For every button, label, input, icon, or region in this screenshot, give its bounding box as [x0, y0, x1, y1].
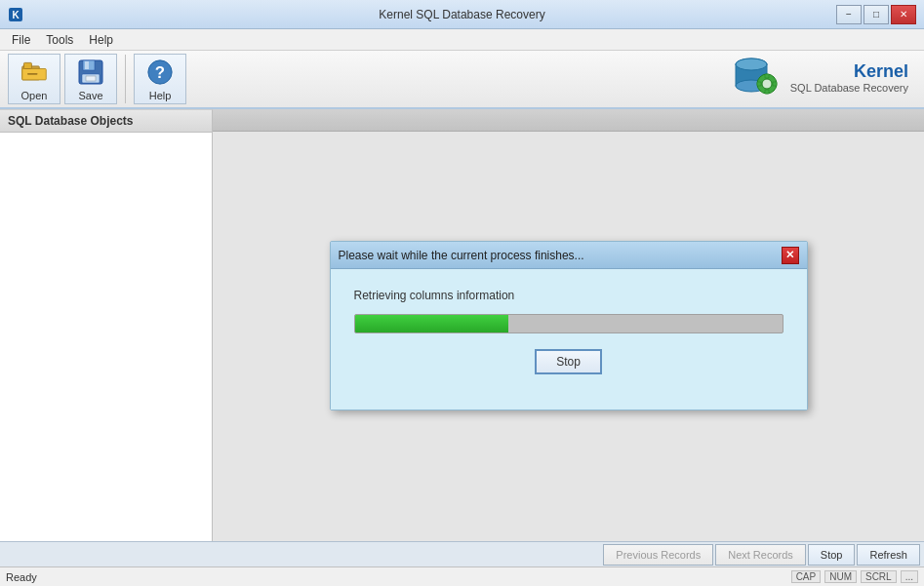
open-label: Open	[21, 90, 48, 101]
open-icon	[19, 57, 50, 88]
right-panel: Please wait while the current process fi…	[213, 109, 924, 541]
svg-rect-5	[27, 73, 38, 75]
refresh-button[interactable]: Refresh	[857, 544, 920, 566]
svg-text:K: K	[12, 10, 20, 20]
status-text: Ready	[6, 571, 37, 583]
num-indicator: NUM	[824, 570, 857, 583]
svg-rect-20	[765, 90, 769, 94]
svg-rect-21	[757, 82, 761, 86]
app-icon: K	[8, 7, 23, 22]
status-indicators: CAP NUM SCRL ...	[791, 570, 918, 583]
close-button[interactable]: ✕	[891, 5, 916, 24]
scrl-indicator: SCRL	[861, 570, 897, 583]
left-panel-header: SQL Database Objects	[0, 110, 212, 133]
svg-rect-4	[24, 62, 32, 68]
modal-titlebar: Please wait while the current process fi…	[331, 242, 807, 269]
svg-point-18	[762, 79, 772, 89]
svg-rect-8	[85, 61, 89, 69]
left-panel: SQL Database Objects	[0, 109, 213, 541]
next-records-button[interactable]: Next Records	[715, 544, 806, 566]
logo-icon	[730, 51, 781, 104]
title-bar: K Kernel SQL Database Recovery − □ ✕	[0, 0, 924, 29]
save-label: Save	[78, 90, 102, 101]
open-button[interactable]: Open	[8, 54, 60, 104]
modal-body: Retrieving columns information Stop	[331, 269, 807, 410]
maximize-button[interactable]: □	[864, 5, 889, 24]
menu-file[interactable]: File	[4, 31, 38, 49]
toolbar-separator	[125, 55, 126, 103]
svg-point-16	[736, 59, 767, 70]
svg-rect-19	[765, 74, 769, 78]
extra-indicator: ...	[901, 570, 918, 583]
window-title: Kernel SQL Database Recovery	[379, 8, 544, 21]
progress-bar-fill	[355, 315, 509, 332]
menu-bar: File Tools Help	[0, 29, 924, 51]
save-button[interactable]: Save	[64, 54, 117, 104]
svg-rect-22	[773, 82, 777, 86]
menu-help[interactable]: Help	[81, 31, 121, 49]
modal-overlay: Please wait while the current process fi…	[213, 110, 924, 541]
minimize-button[interactable]: −	[836, 5, 862, 24]
modal-dialog: Please wait while the current process fi…	[330, 241, 808, 410]
title-bar-left: K	[8, 7, 23, 22]
cap-indicator: CAP	[791, 570, 822, 583]
help-label: Help	[149, 90, 172, 101]
logo-area: Kernel SQL Database Recovery	[730, 51, 908, 104]
modal-close-button[interactable]: ✕	[782, 247, 799, 264]
main-content: SQL Database Objects Please wait while t…	[0, 109, 924, 541]
progress-bar-container	[354, 314, 783, 333]
toolbar: Open Save ? Help	[0, 51, 924, 109]
modal-status-text: Retrieving columns information	[354, 289, 783, 302]
modal-footer: Stop	[354, 349, 783, 390]
logo-brand: Kernel	[790, 61, 908, 82]
modal-stop-button[interactable]: Stop	[535, 349, 602, 374]
stop-button[interactable]: Stop	[808, 544, 856, 566]
modal-title: Please wait while the current process fi…	[339, 249, 584, 262]
previous-records-button[interactable]: Previous Records	[603, 544, 713, 566]
logo-text: Kernel SQL Database Recovery	[790, 61, 908, 94]
status-bar: Ready CAP NUM SCRL ...	[0, 566, 924, 586]
svg-text:?: ?	[155, 63, 165, 82]
window-controls: − □ ✕	[836, 5, 916, 24]
logo-subtitle: SQL Database Recovery	[790, 82, 908, 94]
help-button[interactable]: ? Help	[134, 54, 186, 104]
help-icon: ?	[144, 57, 176, 88]
save-icon	[75, 57, 106, 88]
bottom-bar: Previous Records Next Records Stop Refre…	[0, 541, 924, 566]
menu-tools[interactable]: Tools	[38, 31, 81, 49]
svg-rect-10	[86, 76, 96, 81]
